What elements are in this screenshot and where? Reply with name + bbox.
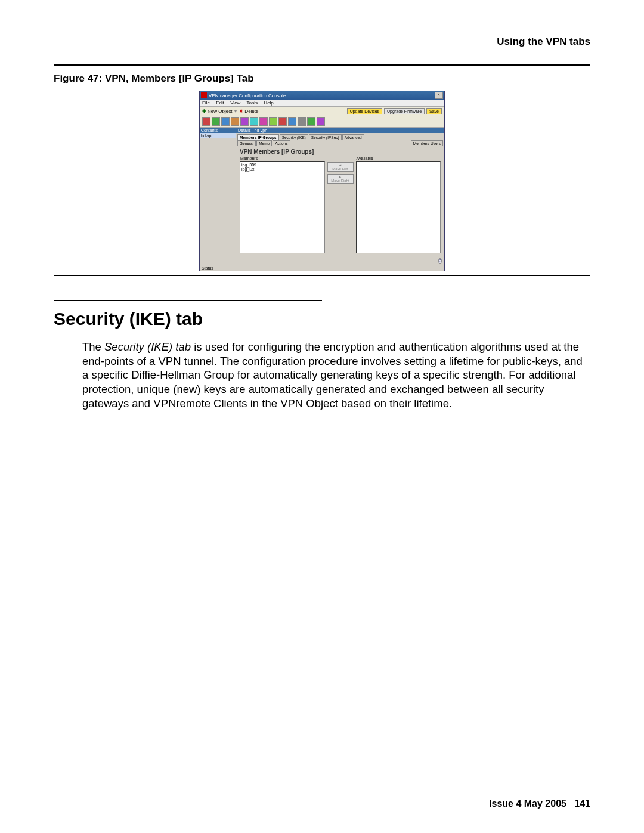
app-icon — [201, 92, 207, 98]
tab-actions[interactable]: Actions — [273, 140, 290, 146]
save-button[interactable]: Save — [426, 108, 442, 114]
section-heading: Security (IKE) tab — [54, 309, 590, 329]
footer-issue: Issue 4 May 2005 — [489, 798, 566, 809]
delete-icon: ✖ — [239, 109, 243, 114]
toolbar-icon-7[interactable] — [269, 117, 277, 126]
toolbar-icon-1[interactable] — [212, 117, 220, 126]
upgrade-firmware-button[interactable]: Upgrade Firmware — [384, 108, 425, 114]
toolbar-icons — [200, 116, 444, 128]
members-listbox[interactable]: ipg_309 ipg_Sx — [240, 161, 325, 253]
panel-title: VPN Members [IP Groups] — [236, 146, 444, 156]
tab-security-ike[interactable]: Security (IKE) — [280, 134, 308, 140]
term-security-ike-tab: Security (IKE) tab — [104, 340, 191, 353]
toolbar-icon-6[interactable] — [259, 117, 268, 126]
toolbar-icon-5[interactable] — [250, 117, 258, 126]
top-rule — [54, 64, 590, 66]
new-object-icon: ✚ — [202, 109, 206, 114]
toolbar-icon-12[interactable] — [317, 117, 325, 126]
toolbar-icon-2[interactable] — [221, 117, 230, 126]
main-panel: Details - hd-vpn Members-IP Groups Secur… — [236, 128, 444, 265]
menu-view[interactable]: View — [230, 100, 240, 106]
tab-members-ip-groups[interactable]: Members-IP Groups — [237, 134, 279, 140]
tab-security-ipsec[interactable]: Security (IPSec) — [309, 134, 342, 140]
available-label: Available — [356, 156, 441, 161]
sidebar: Contents hd-vpn — [200, 128, 236, 265]
tab-general[interactable]: General — [237, 140, 256, 146]
tabs-row-2: General Memo Actions Members-Users — [236, 140, 444, 146]
members-label: Members — [240, 156, 325, 161]
available-listbox[interactable] — [356, 161, 441, 253]
tab-memo[interactable]: Memo — [256, 140, 272, 146]
screenshot-container: VPNmanager Configuration Console × File … — [54, 91, 590, 271]
figure-caption: Figure 47: VPN, Members [IP Groups] Tab — [54, 73, 590, 85]
delete-label[interactable]: Delete — [244, 109, 258, 114]
menu-file[interactable]: File — [202, 100, 210, 106]
new-object-label[interactable]: New Object — [208, 109, 232, 114]
page-header-right: Using the VPN tabs — [54, 36, 590, 48]
page-footer: Issue 4 May 2005 141 — [489, 798, 590, 809]
menu-edit[interactable]: Edit — [216, 100, 224, 106]
list-item[interactable]: ipg_Sx — [242, 167, 323, 171]
menubar: File Edit View Tools Help — [200, 100, 444, 107]
figure-bottom-rule — [54, 275, 590, 276]
window-title: VPNmanager Configuration Console — [209, 93, 286, 98]
tab-advanced[interactable]: Advanced — [342, 134, 364, 140]
toolbar-icon-3[interactable] — [231, 117, 239, 126]
section-separator — [54, 300, 322, 301]
toolbar-actions: ✚ New Object ▾ ✖ Delete Update Devices U… — [200, 107, 444, 116]
app-window: VPNmanager Configuration Console × File … — [199, 91, 445, 271]
sidebar-header: Contents — [200, 128, 236, 133]
move-right-button[interactable]: ► Move Right — [327, 174, 354, 184]
status-bar: Status — [200, 265, 444, 271]
list-item[interactable]: ipg_309 — [242, 163, 323, 167]
body-paragraph: The Security (IKE) tab is used for confi… — [82, 340, 590, 410]
toolbar-icon-10[interactable] — [298, 117, 306, 126]
toolbar-icon-9[interactable] — [288, 117, 296, 126]
toolbar-icon-4[interactable] — [240, 117, 249, 126]
tabs-row-1: Members-IP Groups Security (IKE) Securit… — [236, 133, 444, 140]
titlebar: VPNmanager Configuration Console × — [200, 91, 444, 100]
status-label: Status — [202, 266, 213, 270]
move-left-button[interactable]: ◄ Move Left — [327, 162, 354, 172]
menu-tools[interactable]: Tools — [246, 100, 258, 106]
toolbar-icon-11[interactable] — [307, 117, 315, 126]
tab-members-users[interactable]: Members-Users — [411, 140, 443, 146]
help-icon[interactable]: ? — [438, 258, 442, 264]
transfer-panel: Members ipg_309 ipg_Sx ◄ Move Left — [236, 156, 444, 257]
details-header: Details - hd-vpn — [236, 128, 444, 133]
menu-help[interactable]: Help — [264, 100, 273, 106]
footer-page-number: 141 — [574, 798, 590, 809]
toolbar-icon-8[interactable] — [278, 117, 287, 126]
sidebar-item-hd-vpn[interactable]: hd-vpn — [200, 133, 236, 138]
toolbar-icon-0[interactable] — [202, 117, 210, 126]
close-icon[interactable]: × — [435, 92, 443, 99]
update-devices-button[interactable]: Update Devices — [347, 108, 382, 114]
